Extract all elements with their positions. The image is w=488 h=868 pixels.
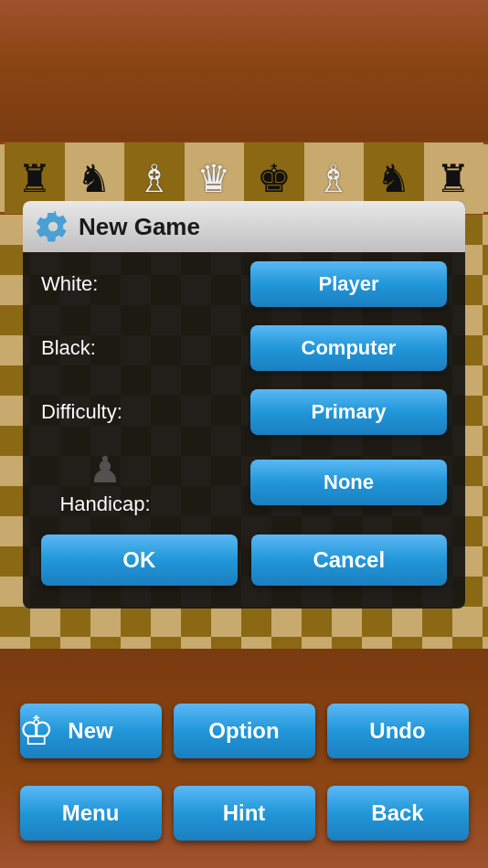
- undo-button[interactable]: Undo: [327, 704, 469, 758]
- gear-icon: [37, 210, 69, 243]
- modal-title-bar: New Game: [23, 201, 465, 252]
- wood-top: [0, 0, 488, 146]
- bottom-nav-row2: Menu Hint Back: [0, 786, 488, 841]
- white-btn[interactable]: Player: [250, 261, 447, 307]
- black-label: Black:: [41, 336, 169, 360]
- difficulty-label: Difficulty:: [41, 400, 169, 424]
- bottom-nav-row1: New Option Undo: [0, 704, 488, 758]
- difficulty-btn[interactable]: Primary: [250, 389, 447, 435]
- ok-button[interactable]: OK: [41, 535, 238, 586]
- king-icon-bottom: ♔: [18, 707, 54, 754]
- modal-title: New Game: [79, 213, 200, 241]
- handicap-btn[interactable]: None: [250, 460, 447, 505]
- handicap-left-area: ♟ Handicap:: [41, 449, 169, 516]
- hint-button[interactable]: Hint: [174, 786, 315, 841]
- new-game-modal: New Game White: Player Black: Computer D…: [23, 201, 465, 609]
- menu-button[interactable]: Menu: [20, 786, 162, 841]
- option-button[interactable]: Option: [174, 704, 315, 758]
- white-label: White:: [41, 272, 169, 296]
- black-btn[interactable]: Computer: [250, 325, 447, 371]
- modal-action-row: OK Cancel: [23, 525, 465, 595]
- difficulty-row: Difficulty: Primary: [23, 380, 465, 444]
- handicap-row: ♟ Handicap: None: [23, 444, 465, 525]
- black-row: Black: Computer: [23, 316, 465, 380]
- cancel-button[interactable]: Cancel: [251, 535, 448, 586]
- pawn-icon: ♟: [89, 449, 122, 491]
- handicap-label: Handicap:: [59, 492, 150, 516]
- back-button[interactable]: Back: [327, 786, 469, 841]
- white-row: White: Player: [23, 252, 465, 316]
